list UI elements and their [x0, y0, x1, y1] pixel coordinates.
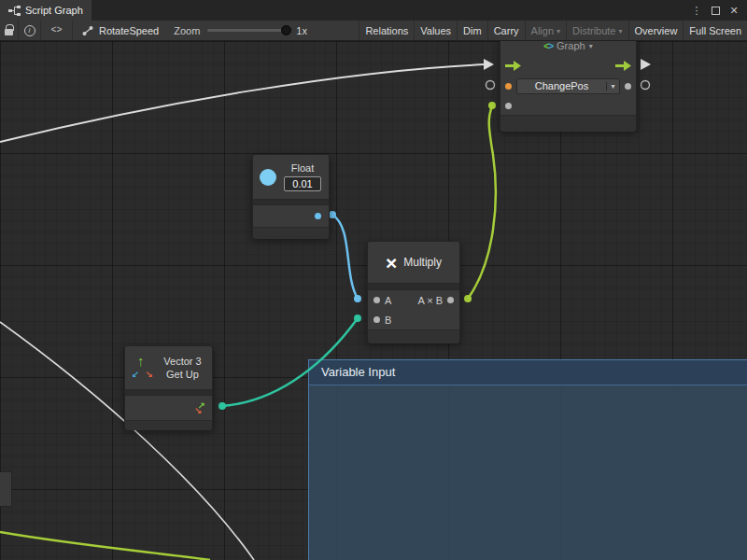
node-separator [125, 389, 212, 396]
close-icon[interactable]: ✕ [726, 3, 741, 18]
node-float-literal[interactable]: Float 0.01 [252, 154, 330, 238]
edit-code-button[interactable]: <> [41, 21, 73, 40]
info-icon: i [24, 25, 35, 36]
variable-name-dropdown[interactable]: ChangePos ▾ [516, 78, 620, 94]
value-wire-float-to-multiply [332, 215, 358, 299]
node-separator [253, 199, 329, 205]
vector3-output-row: ↗ ↘ [125, 396, 212, 420]
group-header[interactable]: Variable Input [309, 360, 747, 385]
lock-icon [5, 29, 13, 35]
value-input-row [500, 96, 636, 115]
toolbar-buttons: Relations Values Dim Carry Align ▾ Distr… [359, 21, 747, 40]
float-output-row [253, 205, 329, 227]
set-variable-header[interactable]: <> Graph ▾ [500, 41, 636, 55]
multiply-header: × Multiply [368, 242, 459, 283]
multiply-title: Multiply [403, 256, 442, 269]
zoom-slider-handle[interactable] [281, 25, 291, 35]
flow-ports-row [500, 55, 636, 76]
chevron-down-icon: ▾ [606, 82, 619, 91]
zoom-value: 1x [296, 25, 307, 36]
node-footer [500, 115, 636, 132]
input-b-label: B [385, 315, 391, 326]
script-graph-icon: <> [543, 41, 553, 51]
node-fragment[interactable] [0, 471, 12, 507]
chevron-down-icon: ▾ [589, 42, 593, 50]
carry-button[interactable]: Carry [487, 21, 525, 40]
titlebar: Script Graph ⋮ ✕ [0, 0, 747, 21]
node-set-variable[interactable]: <> Graph ▾ ChangePos ▾ [500, 41, 637, 131]
dim-button[interactable]: Dim [457, 21, 487, 40]
node-multiply[interactable]: × Multiply A A × B B [367, 241, 460, 343]
toolbar: i <> RotateSpeed Zoom 1x Relations Value… [0, 21, 747, 41]
relations-button[interactable]: Relations [359, 21, 414, 40]
flow-out-port-icon[interactable] [615, 61, 631, 71]
float-header: Float 0.01 [253, 155, 329, 199]
flow-arrow-out-icon [641, 59, 651, 70]
value-wire-multiply-to-setvar [468, 106, 496, 299]
graph-canvas[interactable]: Variable Input <> Graph ▾ [0, 41, 747, 560]
values-button[interactable]: Values [414, 21, 457, 40]
flow-in-port-icon[interactable] [505, 61, 521, 71]
output-port[interactable] [447, 297, 454, 303]
flow-wire-top [0, 64, 484, 142]
graph-reference: RotateSpeed [82, 21, 159, 40]
align-button[interactable]: Align ▾ [525, 21, 566, 40]
graph-asset-icon [82, 25, 93, 36]
chevron-down-icon: ▾ [557, 27, 560, 35]
input-b-port[interactable] [374, 316, 380, 323]
script-graph-tab-icon [8, 5, 21, 17]
tab-script-graph[interactable]: Script Graph [0, 0, 92, 21]
group-variable-input: Variable Input [308, 359, 747, 560]
variable-name-row: ChangePos ▾ [500, 76, 636, 96]
port-empty-right [641, 81, 650, 90]
group-title: Variable Input [321, 365, 395, 379]
port-empty-left [486, 81, 495, 90]
value-input-port[interactable] [505, 103, 512, 109]
output-label: A × B [417, 295, 443, 306]
flow-arrow-in-icon [484, 59, 494, 70]
zoom-label: Zoom [174, 25, 200, 36]
distribute-button[interactable]: Distribute ▾ [566, 21, 627, 40]
code-icon: <> [50, 25, 62, 35]
graph-name-label: RotateSpeed [99, 25, 159, 36]
input-a-label: A [385, 295, 391, 306]
node-footer [368, 329, 459, 343]
overview-button[interactable]: Overview [628, 21, 684, 40]
node-footer [253, 227, 329, 239]
float-value-input[interactable]: 0.01 [284, 176, 321, 191]
float-type-icon [260, 169, 276, 186]
vector3-type-label: Vector 3 [163, 356, 201, 367]
full-screen-button[interactable]: Full Screen [683, 21, 747, 40]
tab-title: Script Graph [25, 5, 83, 16]
kebab-menu-icon[interactable]: ⋮ [689, 3, 704, 18]
zoom-control: Zoom 1x [174, 21, 307, 40]
multiply-icon: × [386, 253, 397, 273]
node-footer [125, 420, 212, 430]
node-separator [368, 283, 459, 290]
lock-button[interactable] [0, 21, 19, 40]
info-button[interactable]: i [19, 21, 41, 40]
name-input-port[interactable] [505, 83, 512, 90]
vector3-up-icon: ↑ ↙ ↘ [133, 357, 153, 379]
maximize-icon[interactable] [708, 3, 723, 18]
window-controls: ⋮ ✕ [689, 0, 747, 21]
float-type-label: Float [291, 162, 314, 174]
multiply-row-b: B [368, 310, 459, 329]
value-output-port[interactable] [625, 83, 631, 90]
chevron-down-icon: ▾ [619, 27, 623, 35]
input-a-port[interactable] [374, 297, 380, 303]
zoom-slider[interactable] [207, 29, 289, 32]
multiply-row-a: A A × B [368, 290, 459, 310]
node-vector3-get-up[interactable]: ↑ ↙ ↘ Vector 3 Get Up ↗ ↘ [124, 345, 213, 429]
value-wire-bottom [0, 532, 210, 560]
variable-kind-label: Graph [557, 41, 585, 51]
float-output-port[interactable] [315, 213, 321, 219]
vector3-operation-label: Get Up [166, 369, 199, 380]
vector3-header: ↑ ↙ ↘ Vector 3 Get Up [125, 346, 212, 389]
vector3-type-icon[interactable]: ↗ ↘ [193, 402, 206, 414]
